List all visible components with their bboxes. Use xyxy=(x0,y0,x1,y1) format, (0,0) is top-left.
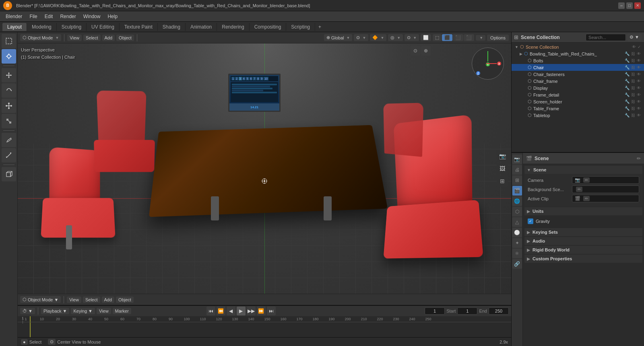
rigid-body-header[interactable]: ▶ Rigid Body World xyxy=(524,246,642,254)
scene-section-header[interactable]: ▼ Scene xyxy=(524,166,642,174)
jump-prev-keyframe[interactable]: ⏪ xyxy=(217,307,225,315)
units-section-header[interactable]: ▶ Units xyxy=(524,207,642,215)
xray-toggle[interactable]: ⬜ xyxy=(421,34,431,41)
tool-transform[interactable] xyxy=(2,114,16,128)
active-clip-value[interactable]: 🎬 ✏ xyxy=(572,195,639,202)
props-edit-icon[interactable]: ✏ xyxy=(637,156,641,161)
camera-edit[interactable]: ✏ xyxy=(583,177,590,183)
outliner-filter[interactable]: ⚙ ▼ xyxy=(627,34,642,41)
jump-to-end[interactable]: ⏭ xyxy=(267,307,276,315)
tab-rendering[interactable]: Rendering xyxy=(217,23,249,31)
outliner-tabletop[interactable]: ⬡ Tabletop 🔧⛓👁 xyxy=(512,112,644,119)
shading-options[interactable]: ▼ xyxy=(476,35,485,41)
outliner-frame-detail[interactable]: ⬡ Frame_detail 🔧⛓👁 xyxy=(512,91,644,98)
menu-window[interactable]: Window xyxy=(80,13,104,20)
start-frame-input[interactable]: 1 xyxy=(457,307,477,315)
tab-layout[interactable]: Layout xyxy=(2,23,27,31)
overlay-toggle[interactable]: ⊙ ▼ xyxy=(405,34,419,41)
proportional-edit[interactable]: ◎ ▼ xyxy=(388,34,403,41)
outliner-display[interactable]: ⬡ Display 🔧⛓👁 xyxy=(512,84,644,91)
keying-menu[interactable]: Keying ▼ xyxy=(71,308,95,314)
shading-solid[interactable]: ⬛ xyxy=(442,34,452,41)
tool-scale[interactable] xyxy=(2,99,16,113)
viewport-quad-view[interactable]: ⊞ xyxy=(497,175,508,187)
menu-blender[interactable]: Blender xyxy=(2,13,25,20)
outliner-chair[interactable]: ⬡ Chair 🔧⛓👁 xyxy=(512,64,644,71)
menu-file[interactable]: File xyxy=(26,13,40,20)
tab-modeling[interactable]: Modeling xyxy=(27,23,57,31)
outliner-bolts[interactable]: ⬡ Bolts 🔧⛓👁 xyxy=(512,57,644,64)
add-workspace-button[interactable]: + xyxy=(315,23,324,31)
keying-sets-header[interactable]: ▶ Keying Sets xyxy=(524,228,642,236)
prop-scene-icon[interactable]: 🎬 xyxy=(512,186,522,196)
tab-texture-paint[interactable]: Texture Paint xyxy=(120,23,158,31)
tab-uv-editing[interactable]: UV Editing xyxy=(87,23,120,31)
vp-bottom-view[interactable]: View xyxy=(67,297,81,303)
tool-select-box[interactable] xyxy=(2,34,16,48)
pivot-point[interactable]: ⊙ ▼ xyxy=(354,34,368,41)
play-forward[interactable]: ▶▶ xyxy=(247,307,256,315)
prop-particles-icon[interactable]: ✦ xyxy=(512,238,522,248)
tab-shading[interactable]: Shading xyxy=(158,23,186,31)
play-button[interactable]: ▶ xyxy=(237,307,246,315)
outliner-search[interactable] xyxy=(586,34,626,41)
close-button[interactable]: ✕ xyxy=(634,2,641,9)
view-menu[interactable]: View xyxy=(67,35,82,41)
shading-wireframe[interactable]: ⬚ xyxy=(433,34,442,41)
camera-value[interactable]: 📷 ✏ xyxy=(572,176,639,184)
menu-edit[interactable]: Edit xyxy=(41,13,56,20)
prop-physics-icon[interactable]: ⚛ xyxy=(512,249,522,258)
outliner-bowling-collection[interactable]: ▶ ⬡ Bowling_Table_with_Red_Chairs_ 🔧⛓👁 xyxy=(512,50,644,57)
viewport-camera-button[interactable]: 📷 xyxy=(497,150,508,162)
timeline-type-select[interactable]: ⏱▼ xyxy=(20,308,35,314)
tab-compositing[interactable]: Compositing xyxy=(250,23,287,31)
marker-menu[interactable]: Marker xyxy=(113,308,131,314)
audio-section-header[interactable]: ▶ Audio xyxy=(524,237,642,245)
menu-help[interactable]: Help xyxy=(104,13,121,20)
exclude-icon[interactable]: ✓ xyxy=(638,45,641,49)
visibility-icon[interactable]: 👁 xyxy=(632,45,636,49)
play-reverse[interactable]: ◀ xyxy=(227,307,235,315)
outliner-screen-holder[interactable]: ⬡ Screen_holder 🔧⛓👁 xyxy=(512,98,644,105)
mode-select[interactable]: ⬡ Object Mode ▼ xyxy=(20,34,61,41)
outliner-scene-collection[interactable]: ▼ ⬡ Scene Collection 👁 ✓ xyxy=(512,43,644,50)
jump-to-start[interactable]: ⏮ xyxy=(206,307,215,315)
3d-viewport[interactable]: 1 2 3 4 5 6 7 8 9 10 xyxy=(18,43,511,294)
overlay-options[interactable]: ⊙ xyxy=(411,46,420,56)
options-button[interactable]: Options xyxy=(487,35,509,41)
tool-annotate[interactable] xyxy=(2,133,16,147)
tab-animation[interactable]: Animation xyxy=(186,23,217,31)
viewport-gizmo[interactable]: Y X Z xyxy=(472,47,504,80)
vp-bottom-object[interactable]: Object xyxy=(116,297,134,303)
jump-next-keyframe[interactable]: ⏩ xyxy=(257,307,266,315)
bg-scene-value[interactable]: ✏ xyxy=(572,185,639,193)
vp-bottom-add[interactable]: Add xyxy=(102,297,115,303)
shading-rendered[interactable]: ⬛ xyxy=(464,34,474,41)
prop-constraints-icon[interactable]: 🔗 xyxy=(512,259,522,269)
add-menu[interactable]: Add xyxy=(102,35,115,41)
custom-props-header[interactable]: ▶ Custom Properties xyxy=(524,255,642,263)
prop-view-layer-icon[interactable]: ⊞ xyxy=(512,175,522,185)
menu-render[interactable]: Render xyxy=(57,13,79,20)
timeline-ruler[interactable]: 1 1 10 20 30 40 50 60 70 80 90 100 xyxy=(18,316,511,337)
outliner-table-frame[interactable]: ⬡ Table_Frame 🔧⛓👁 xyxy=(512,105,644,112)
object-menu[interactable]: Object xyxy=(116,35,134,41)
tool-move[interactable] xyxy=(2,68,16,82)
vp-bottom-mode[interactable]: ⬡ Object Mode ▼ xyxy=(20,296,61,303)
outliner-chair-frame[interactable]: ⬡ Chair_frame 🔧⛓👁 xyxy=(512,78,644,84)
maximize-button[interactable]: □ xyxy=(626,2,633,9)
tool-measure[interactable] xyxy=(2,148,16,163)
tool-cursor[interactable] xyxy=(2,49,16,64)
tool-add-cube[interactable] xyxy=(2,167,16,181)
snap-toggle[interactable]: 🔶 ▼ xyxy=(370,34,386,41)
outliner-content[interactable]: ▼ ⬡ Scene Collection 👁 ✓ ▶ ⬡ Bowling_Tab… xyxy=(512,43,644,153)
gravity-checkbox[interactable]: ✓ xyxy=(528,218,533,224)
prop-world-icon[interactable]: 🌐 xyxy=(512,196,522,206)
prop-mesh-icon[interactable]: △ xyxy=(512,217,522,227)
timeline-view-menu[interactable]: View xyxy=(97,308,111,314)
outliner-chair-fasteners[interactable]: ⬡ Chair_fasteners 🔧⛓👁 xyxy=(512,71,644,78)
minimize-button[interactable]: – xyxy=(618,2,625,9)
shading-material[interactable]: ⬛ xyxy=(453,34,463,41)
viewport-render-preview[interactable]: 🖼 xyxy=(497,163,508,174)
transform-orientations[interactable]: ⊕ Global ▼ xyxy=(324,34,353,41)
